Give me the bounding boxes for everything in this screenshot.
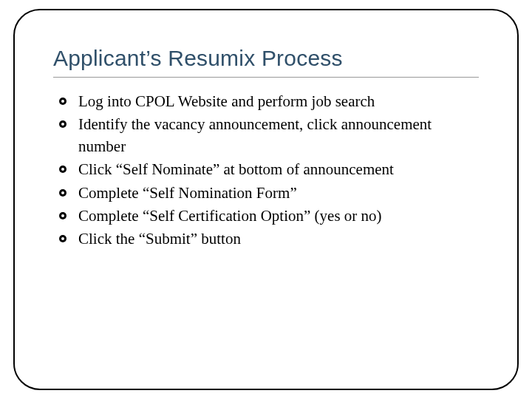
bullet-text: Identify the vacancy announcement, click… [78,115,432,154]
list-item: Complete “Self Certification Option” (ye… [59,205,479,227]
bullet-text: Log into CPOL Website and perform job se… [78,92,375,110]
list-item: Complete “Self Nomination Form” [59,183,479,204]
list-item: Click the “Submit” button [59,228,479,250]
slide-frame: Applicant’s Resumix Process Log into CPO… [13,9,519,390]
bullet-text: Click the “Submit” button [78,230,241,248]
slide-title: Applicant’s Resumix Process [53,46,479,71]
list-item: Identify the vacancy announcement, click… [59,114,479,157]
bullet-list: Log into CPOL Website and perform job se… [53,91,479,250]
title-underline [53,77,479,78]
bullet-text: Complete “Self Nomination Form” [78,184,297,202]
list-item: Log into CPOL Website and perform job se… [59,91,479,112]
list-item: Click “Self Nominate” at bottom of annou… [59,159,479,180]
bullet-text: Click “Self Nominate” at bottom of annou… [78,160,394,178]
bullet-text: Complete “Self Certification Option” (ye… [78,207,382,225]
